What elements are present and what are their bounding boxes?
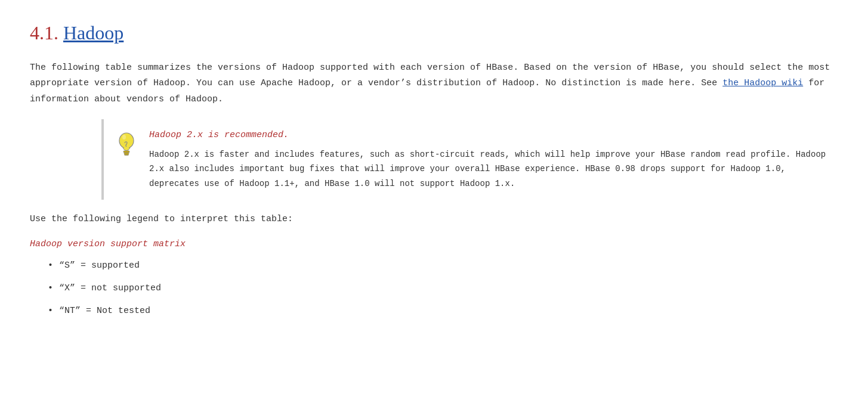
svg-rect-1 bbox=[123, 151, 129, 153]
legend-intro: Use the following legend to interpret th… bbox=[30, 212, 838, 227]
list-item: “S” = supported bbox=[48, 259, 838, 273]
matrix-title: Hadoop version support matrix bbox=[30, 237, 838, 252]
hadoop-wiki-link[interactable]: the Hadoop wiki bbox=[722, 78, 803, 88]
section-title-link[interactable]: Hadoop bbox=[63, 22, 123, 44]
callout-content: Hadoop 2.x is recommended. Hadoop 2.x is… bbox=[149, 128, 826, 191]
legend-list: “S” = supported“X” = not supported“NT” =… bbox=[30, 259, 838, 318]
intro-paragraph: The following table summarizes the versi… bbox=[30, 60, 838, 107]
callout-body: Hadoop 2.x is faster and includes featur… bbox=[149, 147, 826, 191]
callout-box: Hadoop 2.x is recommended. Hadoop 2.x is… bbox=[101, 119, 838, 200]
section-number: 4.1. bbox=[30, 22, 58, 44]
svg-rect-3 bbox=[125, 154, 129, 155]
lightbulb-icon bbox=[116, 131, 137, 160]
section-heading: 4.1. Hadoop bbox=[30, 18, 838, 48]
callout-title: Hadoop 2.x is recommended. bbox=[149, 128, 826, 142]
list-item: “NT” = Not tested bbox=[48, 304, 838, 318]
svg-point-4 bbox=[122, 135, 126, 139]
list-item: “X” = not supported bbox=[48, 281, 838, 296]
intro-text-before: The following table summarizes the versi… bbox=[30, 63, 830, 88]
lightbulb-icon-container bbox=[116, 131, 137, 191]
